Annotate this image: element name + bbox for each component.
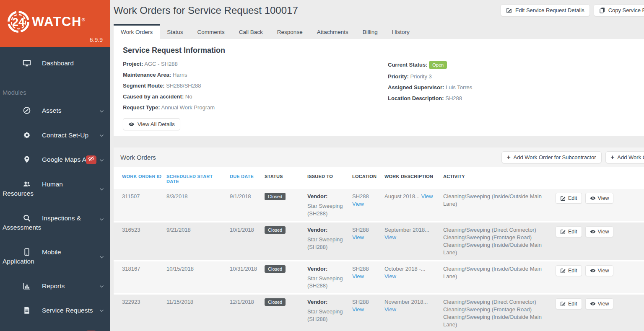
field-priority: Priority: Priority 3 — [388, 74, 644, 80]
description-view-link[interactable]: View — [384, 234, 396, 240]
stopwatch-24-logo-icon: 24 — [7, 10, 30, 34]
map-marker-icon — [23, 155, 31, 163]
status-badge: Closed — [265, 298, 286, 306]
edit-service-request-button[interactable]: Edit Service Request Details — [501, 4, 590, 16]
sidebar-item-service-requests[interactable]: Service Requests — [0, 298, 110, 323]
activity-cell: Cleaning/Sweeping (Direct Connector)Clea… — [443, 226, 556, 256]
table-row: 322923 11/15/2018 12/1/2018 Closed Vendo… — [114, 295, 644, 331]
edit-work-order-button[interactable]: Edit — [556, 226, 582, 237]
status-badge: Closed — [265, 193, 286, 200]
bar-chart-icon — [23, 282, 31, 290]
tab-billing[interactable]: Billing — [356, 24, 385, 39]
field-assigned-supervisor: Assigned Supervisor: Luis Torres — [388, 85, 644, 91]
view-all-details-button[interactable]: View All Details — [123, 118, 180, 130]
description-view-link[interactable]: View — [384, 306, 396, 313]
sr-fields-left: Project: AGC - SH288 Maintenance Area: H… — [123, 61, 388, 130]
sidebar-item-label: Contract Set-Up — [42, 132, 88, 139]
sr-fields-right: Current Status: Open Priority: Priority … — [388, 61, 644, 130]
row-actions: Edit View — [556, 193, 644, 217]
chevron-down-icon — [99, 217, 104, 222]
sidebar-item-assets[interactable]: Assets — [0, 98, 110, 123]
sidebar-item-label: Reports — [42, 282, 65, 290]
sidebar-item-label: Service Requests — [42, 307, 93, 314]
scheduled-start-date: 8/3/2018 — [166, 193, 230, 217]
status-cell: Closed — [265, 193, 307, 217]
edit-work-order-button[interactable]: Edit — [556, 193, 582, 204]
table-row: 318167 10/15/2018 10/31/2018 Closed Vend… — [114, 261, 644, 295]
panel-title: Service Request Information — [123, 46, 644, 55]
field-segment-route: Segment Route: SH288/SH288 — [123, 83, 388, 89]
eye-icon — [590, 268, 596, 274]
tab-comments[interactable]: Comments — [190, 24, 232, 39]
work-orders-title: Work Orders — [120, 154, 156, 161]
table-header-row: WORK ORDER ID SCHEDULED START DATE DUE D… — [114, 167, 644, 189]
tab-status[interactable]: Status — [160, 24, 190, 39]
location-view-link[interactable]: View — [352, 306, 379, 313]
sidebar-item-label: Assets — [42, 107, 62, 114]
field-maintenance-area: Maintenance Area: Harris — [123, 72, 388, 78]
mobile-icon — [23, 248, 31, 256]
location-view-link[interactable]: View — [352, 234, 379, 241]
status-cell: Closed — [265, 265, 307, 290]
sidebar-item-human-resources[interactable]: Human Resources — [0, 172, 110, 206]
sidebar-item-theme[interactable]: Theme — [0, 323, 110, 331]
column-header-scheduled-start-date[interactable]: SCHEDULED START DATE — [166, 174, 230, 184]
add-work-order-subcontractor-button[interactable]: + Add Work Order for Subcontractor — [501, 151, 602, 163]
sidebar-item-inspections-assessments[interactable]: Inspections & Assessments — [0, 206, 110, 240]
location-cell: SH288View — [352, 193, 384, 217]
gear-icon — [23, 131, 31, 139]
location-view-link[interactable]: View — [352, 273, 379, 280]
sidebar-item-label: Dashboard — [42, 59, 74, 67]
tab-call-back[interactable]: Call Back — [232, 24, 270, 39]
column-header-work-description: WORK DESCRIPTION — [384, 174, 443, 184]
status-cell: Closed — [265, 226, 307, 256]
copy-service-request-button[interactable]: Copy Service Request — [594, 4, 644, 16]
field-caused-by-accident: Caused by an accident: No — [123, 94, 388, 100]
edit-work-order-button[interactable]: Edit — [556, 265, 582, 276]
magnifier-icon — [23, 214, 31, 222]
scheduled-start-date: 11/15/2018 — [166, 298, 230, 328]
tab-history[interactable]: History — [385, 24, 417, 39]
work-order-id: 322923 — [122, 298, 166, 328]
view-work-order-button[interactable]: View — [585, 193, 614, 204]
description-view-link[interactable]: View — [384, 273, 396, 279]
work-orders-actions: + Add Work Order for Subcontractor + Add… — [501, 151, 644, 163]
work-description-cell: August 2018... View — [384, 193, 443, 217]
tab-work-orders[interactable]: Work Orders — [114, 24, 160, 39]
app-window: 24 WATCH® 6.9.9 Dashboard Modules Assets… — [0, 0, 644, 331]
location-view-link[interactable]: View — [352, 200, 379, 208]
scheduled-start-date: 10/15/2018 — [166, 265, 230, 290]
main-content: Edit Service Request Details Copy Servic… — [110, 0, 644, 331]
add-work-order-button[interactable]: + Add Work Order — [605, 151, 644, 163]
edit-work-order-button[interactable]: Edit — [556, 298, 582, 309]
tab-attachments[interactable]: Attachments — [310, 24, 356, 39]
description-view-link[interactable]: View — [421, 193, 433, 199]
issued-to-cell: Vendor:Star Sweeping (SH288) — [307, 298, 352, 328]
field-current-status: Current Status: Open — [388, 61, 644, 69]
eye-icon — [590, 195, 596, 201]
sidebar-item-google-maps-api[interactable]: Google Maps API — [0, 147, 110, 172]
view-work-order-button[interactable]: View — [585, 265, 614, 276]
activity-cell: Cleaning/Sweeping (Inside/Outside Main L… — [443, 193, 556, 217]
sidebar-item-dashboard[interactable]: Dashboard — [0, 51, 110, 75]
activity-cell: Cleaning/Sweeping (Direct Connector)Clea… — [443, 298, 556, 328]
view-work-order-button[interactable]: View — [585, 298, 614, 309]
field-location-description: Location Description: SH288 — [388, 96, 644, 101]
column-header-work-order-id[interactable]: WORK ORDER ID — [122, 174, 166, 184]
brand-logo[interactable]: 24 WATCH® 6.9.9 — [0, 0, 110, 47]
view-work-order-button[interactable]: View — [585, 226, 614, 237]
chevron-down-icon — [99, 254, 104, 260]
sidebar-item-label: Google Maps API — [42, 156, 93, 163]
work-order-id: 318167 — [122, 265, 166, 290]
column-header-due-date[interactable]: DUE DATE — [230, 174, 265, 184]
sidebar-item-mobile-application[interactable]: Mobile Application — [0, 240, 110, 274]
sidebar-item-label: Human Resources — [3, 181, 63, 197]
sidebar-section-modules: Modules — [0, 82, 110, 98]
tab-response[interactable]: Response — [270, 24, 310, 39]
document-icon — [23, 306, 31, 314]
eye-icon — [590, 301, 596, 307]
sidebar-item-reports[interactable]: Reports — [0, 274, 110, 298]
sidebar-item-contract-set-up[interactable]: Contract Set-Up — [0, 123, 110, 147]
chevron-down-icon — [99, 109, 104, 114]
due-date: 9/1/2018 — [230, 193, 265, 217]
